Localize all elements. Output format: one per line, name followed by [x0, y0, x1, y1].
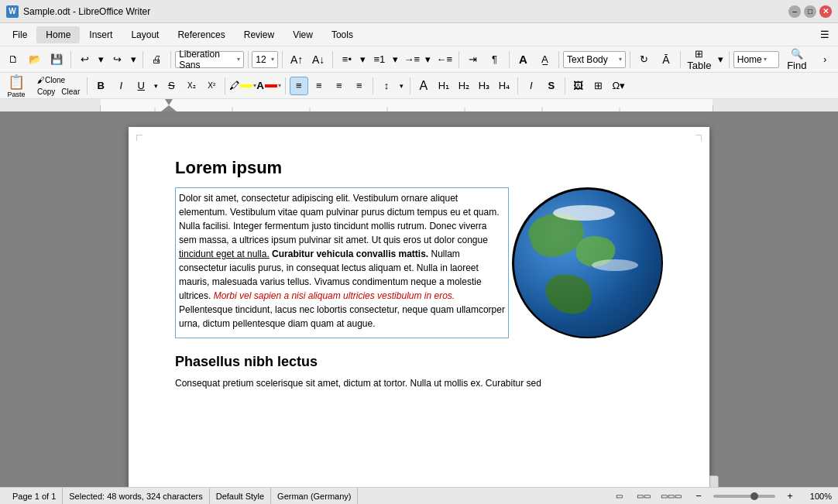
indent-dropdown[interactable]: ▾: [424, 50, 433, 70]
minimize-button[interactable]: –: [788, 5, 801, 18]
right-handle[interactable]: ›: [709, 475, 719, 487]
menu-overflow-button[interactable]: ☰: [815, 25, 835, 45]
font-name-arrow: ▾: [237, 56, 240, 63]
superscript-button[interactable]: X²: [202, 77, 221, 95]
paragraph-style-value: Text Body: [567, 54, 617, 65]
menu-review[interactable]: Review: [235, 26, 283, 43]
special-char-button[interactable]: Ω▾: [610, 77, 628, 95]
style-section[interactable]: Default Style: [210, 488, 271, 504]
menu-tools[interactable]: Tools: [322, 26, 362, 43]
align-right-button[interactable]: ≡: [330, 77, 349, 95]
menu-home[interactable]: Home: [36, 26, 80, 43]
menu-view[interactable]: View: [283, 26, 322, 43]
home-style-box[interactable]: Home ▾: [733, 51, 779, 68]
bullet-list-button[interactable]: ≡•: [337, 50, 357, 70]
titlebar-left: W Sample.odt - LibreOffice Writer: [6, 5, 150, 18]
bullet-dropdown[interactable]: ▾: [359, 50, 368, 70]
sep3: [170, 51, 171, 68]
align-center-button[interactable]: ≡: [310, 77, 328, 95]
find-button[interactable]: 🔍 Find: [781, 50, 814, 70]
heading2-button[interactable]: H₂: [455, 77, 473, 95]
heading1-button[interactable]: H₁: [434, 77, 453, 95]
more-button1[interactable]: ⇥: [463, 50, 483, 70]
view-mode1-button[interactable]: ▭: [609, 486, 629, 505]
paste-label: Paste: [7, 91, 25, 98]
font-name-box[interactable]: Liberation Sans ▾: [175, 51, 243, 68]
refresh-button[interactable]: ↻: [634, 50, 654, 70]
paragraph-style-box[interactable]: Text Body ▾: [563, 51, 626, 68]
menu-references[interactable]: References: [168, 26, 234, 43]
table-dropdown[interactable]: ▾: [716, 50, 725, 70]
menu-insert[interactable]: Insert: [80, 26, 122, 43]
language-info: German (Germany): [277, 492, 351, 501]
redo-dropdown[interactable]: ▾: [129, 50, 139, 70]
char-color-button[interactable]: A̲: [534, 50, 555, 70]
strike-button[interactable]: S: [162, 77, 180, 95]
titlebar: W Sample.odt - LibreOffice Writer – □ ✕: [0, 0, 838, 23]
italic-button[interactable]: I: [112, 77, 130, 95]
insert-image-button[interactable]: 🖼: [569, 77, 588, 95]
sep8: [509, 51, 510, 68]
save-button[interactable]: 💾: [46, 50, 67, 70]
font-shrink-button[interactable]: A↓: [308, 50, 328, 70]
char-format-button[interactable]: Ā: [656, 50, 676, 70]
copy-button[interactable]: Copy: [34, 86, 58, 98]
ordered-list-button[interactable]: ≡1: [369, 50, 390, 70]
word-count-section[interactable]: Selected: 48 words, 324 characters: [63, 488, 209, 504]
paste-button[interactable]: 📋 Paste: [3, 74, 29, 98]
copy-clear-row: Copy Clear: [34, 86, 83, 98]
toolbar-overflow[interactable]: ›: [815, 50, 835, 70]
char-style-button[interactable]: A: [513, 50, 533, 70]
insert-field-button[interactable]: ⊞: [589, 77, 608, 95]
new-button[interactable]: 🗋: [3, 50, 23, 70]
font-color-button[interactable]: A ▾: [256, 77, 281, 95]
align-justify-button[interactable]: ≡: [350, 77, 369, 95]
underline-button[interactable]: U: [132, 77, 150, 95]
ordered-dropdown[interactable]: ▾: [391, 50, 400, 70]
menu-layout[interactable]: Layout: [122, 26, 168, 43]
print-button[interactable]: 🖨: [146, 50, 167, 70]
char-style-A[interactable]: A: [414, 77, 433, 95]
align-left-button[interactable]: ≡: [290, 77, 308, 95]
paste-group: 📋 Paste: [3, 74, 29, 98]
open-button[interactable]: 📂: [25, 50, 45, 70]
language-section[interactable]: German (Germany): [271, 488, 358, 504]
page-info-section[interactable]: Page 1 of 1: [6, 488, 63, 504]
menu-file[interactable]: File: [3, 26, 36, 43]
doc-area[interactable]: › Lorem ipsum Dolor sit amet, consectetu…: [0, 111, 838, 487]
font-grow-button[interactable]: A↑: [287, 50, 307, 70]
linespacing-button[interactable]: ↕: [377, 77, 396, 95]
font-size-box[interactable]: 12 ▾: [252, 51, 278, 68]
bold-button[interactable]: B: [91, 77, 110, 95]
heading4-button[interactable]: H₄: [495, 77, 513, 95]
maximize-button[interactable]: □: [804, 5, 816, 18]
indent-less-button[interactable]: ←≡: [434, 50, 455, 70]
zoom-level: 100%: [805, 492, 832, 501]
clear-button[interactable]: Clear: [58, 86, 83, 98]
text-column[interactable]: Dolor sit amet, consectetur adipiscing e…: [175, 187, 509, 338]
sep10: [630, 51, 630, 68]
emphasis-button[interactable]: I: [522, 77, 541, 95]
heading3-button[interactable]: H₃: [475, 77, 493, 95]
subscript-button[interactable]: X₂: [182, 77, 201, 95]
more-button2[interactable]: ¶: [485, 50, 505, 70]
close-button[interactable]: ✕: [819, 5, 832, 18]
highlight-button[interactable]: 🖍 ▾: [229, 77, 256, 95]
undo-dropdown[interactable]: ▾: [97, 50, 106, 70]
linespacing-dropdown[interactable]: ▾: [397, 77, 406, 95]
undo-button[interactable]: ↩: [75, 50, 95, 70]
zoom-slider[interactable]: [713, 495, 775, 498]
table-button[interactable]: ⊞ Table: [685, 50, 714, 70]
strong-button[interactable]: S: [542, 77, 561, 95]
view-mode2-button[interactable]: ▭▭: [634, 486, 654, 505]
clone-button[interactable]: 🖌 Clone: [34, 74, 83, 86]
zoom-in-button[interactable]: +: [780, 486, 800, 505]
sep2: [143, 51, 143, 68]
indent-more-button[interactable]: →≡: [402, 50, 422, 70]
underline-dropdown[interactable]: ▾: [152, 77, 160, 95]
redo-button[interactable]: ↪: [108, 50, 128, 70]
zoom-out-button[interactable]: −: [689, 486, 709, 505]
menu-overflow[interactable]: ☰: [815, 25, 835, 45]
view-mode3-button[interactable]: ▭▭▭: [658, 486, 684, 505]
ruler: [0, 99, 838, 111]
